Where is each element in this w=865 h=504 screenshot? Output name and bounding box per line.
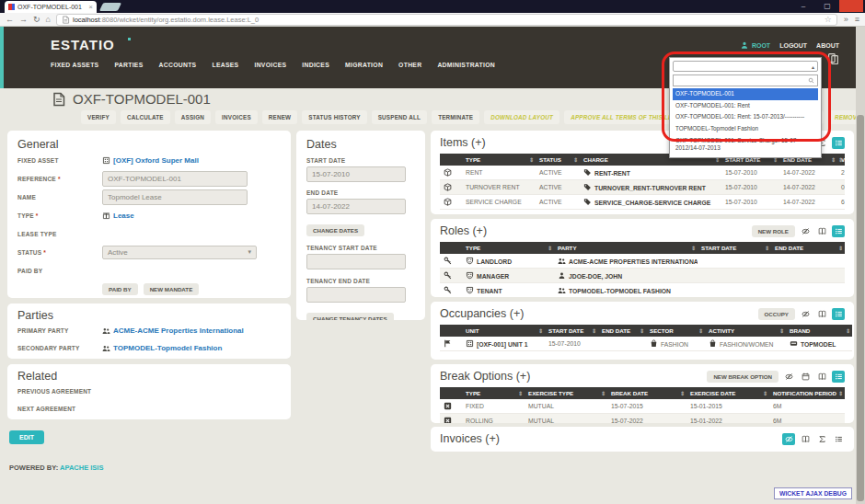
sort-icon[interactable]: ⇕ <box>838 245 843 251</box>
dropdown-option[interactable]: OXF-TOPMODEL-001: Service Charge: 15-07-… <box>673 135 818 155</box>
sort-icon[interactable]: ⇕ <box>601 390 606 396</box>
sort-icon[interactable]: ⇕ <box>518 390 523 396</box>
xbox-icon[interactable] <box>444 402 452 410</box>
cell[interactable]: TENANT <box>462 283 554 298</box>
row-icon-cell[interactable] <box>440 195 462 210</box>
book-tool-button[interactable] <box>815 308 828 320</box>
main-menu-item[interactable]: INDICES <box>302 62 329 68</box>
key-icon[interactable] <box>444 271 452 280</box>
row-icon-cell[interactable] <box>440 166 462 180</box>
column-header-brand[interactable]: BRAND⇕ <box>786 325 852 337</box>
cal-tool-button[interactable] <box>799 371 812 383</box>
cell[interactable]: [OXF-001] UNIT 1 <box>462 337 545 351</box>
list-tool-button[interactable] <box>832 371 845 383</box>
column-header-party[interactable]: PARTY⇕ <box>554 242 698 254</box>
home-icon[interactable]: ⌂ <box>46 15 51 24</box>
scrollbar-track[interactable] <box>856 27 865 504</box>
row-icon-cell[interactable] <box>440 283 462 298</box>
key-icon[interactable] <box>444 286 452 294</box>
sort-icon[interactable]: ⇕ <box>529 156 534 163</box>
sort-icon[interactable]: ⇕ <box>538 327 543 334</box>
wicket-ajax-debug-link[interactable]: WICKET AJAX DEBUG <box>774 487 852 499</box>
sort-icon[interactable]: ⇕ <box>838 156 843 163</box>
list-tool-button[interactable] <box>832 225 845 237</box>
reference-field[interactable] <box>102 171 248 187</box>
fixed-asset-link[interactable]: [OXF] Oxford Super Mall <box>102 156 199 165</box>
column-header-start-date[interactable]: START DATE⇕ <box>698 242 771 254</box>
main-menu-item[interactable]: INVOICES <box>254 62 286 68</box>
cell[interactable]: TOPMODEL-TOPMODEL FASHION <box>554 283 698 298</box>
items-add-action[interactable]: (+) <box>471 136 486 149</box>
cell[interactable]: LANDLORD <box>462 254 554 269</box>
cell[interactable]: TURNOVER_RENT-TURNOVER RENT <box>580 180 721 195</box>
box-icon[interactable] <box>444 168 452 177</box>
list-tool-button[interactable] <box>832 308 845 320</box>
extensions-overflow-icon[interactable]: » <box>844 15 848 24</box>
action-button[interactable]: VERIFY <box>81 110 116 124</box>
column-header-status[interactable]: STATUS⇕ <box>536 154 580 166</box>
column-header-break-date[interactable]: BREAK DATE⇕ <box>607 387 686 399</box>
sort-icon[interactable]: ⇕ <box>548 245 552 251</box>
start-date-field[interactable] <box>306 166 406 182</box>
book-tool-button[interactable] <box>815 371 828 383</box>
window-titlebar[interactable]: – ▢ <box>0 0 865 13</box>
sort-icon[interactable]: ⇕ <box>763 390 767 396</box>
list-tool-button[interactable] <box>832 433 845 445</box>
table-row[interactable]: ROLLINGMUTUAL15-07-202215-01-20226M <box>440 414 845 424</box>
book-tool-button[interactable] <box>799 433 812 445</box>
tenancy-start-date-field[interactable] <box>306 254 406 269</box>
eye-tool-button[interactable] <box>799 225 812 237</box>
scrollbar-thumb[interactable] <box>857 115 864 501</box>
sort-icon[interactable]: ⇕ <box>779 327 784 334</box>
back-icon[interactable]: ← <box>6 15 14 24</box>
cell[interactable]: ACME-ACME PROPERTIES INTERNATIONAL <box>554 254 698 269</box>
column-header-type[interactable]: TYPE⇕ <box>462 154 536 166</box>
logout-link[interactable]: LOGOUT <box>779 42 807 49</box>
cell[interactable]: SERVICE_CHARGE-SERVICE CHARGE <box>580 195 721 210</box>
box-icon[interactable] <box>444 183 452 191</box>
action-button[interactable]: STATUS HISTORY <box>302 110 366 124</box>
column-header-type[interactable]: TYPE⇕ <box>462 242 554 254</box>
column-header-type[interactable]: TYPE⇕ <box>462 387 525 399</box>
bookmark-star-icon[interactable]: ☆ <box>825 15 832 24</box>
column-header-notification-period[interactable]: NOTIFICATION PERIOD⇕ <box>769 387 845 399</box>
main-menu-item[interactable]: ACCOUNTS <box>159 62 197 68</box>
copy-link-icon[interactable] <box>827 51 842 67</box>
column-header-sector[interactable]: SECTOR⇕ <box>646 325 705 337</box>
column-header-unit[interactable]: UNIT⇕ <box>462 325 545 337</box>
table-row[interactable]: MANAGERJDOE-DOE, JOHN <box>440 269 845 283</box>
dropdown-option[interactable]: OXF-TOPMODEL-001 <box>673 88 818 100</box>
column-header-exercise-type[interactable]: EXERCISE TYPE⇕ <box>525 387 607 399</box>
user-menu[interactable]: ROOT <box>740 40 770 50</box>
box-icon[interactable] <box>444 198 452 206</box>
dropdown-option[interactable]: OXF-TOPMODEL-001: Rent <box>673 100 818 112</box>
main-menu-item[interactable]: OTHER <box>398 62 421 68</box>
status-select[interactable]: Active▾ <box>102 246 257 259</box>
sort-icon[interactable]: ⇕ <box>765 245 769 251</box>
table-row[interactable]: [OXF-001] UNIT 115-07-2010FASHIONFASHION… <box>440 337 852 351</box>
tenancy-end-date-field[interactable] <box>306 287 406 303</box>
action-button[interactable]: INVOICES <box>215 110 258 124</box>
book-tool-button[interactable] <box>815 225 828 237</box>
occupancies-add-action[interactable]: (+) <box>510 307 525 320</box>
app-logo[interactable]: ESTATIO <box>51 37 115 52</box>
flag-icon[interactable] <box>444 339 452 348</box>
browser-menu-icon[interactable]: ≡ <box>855 15 859 24</box>
dropdown-option[interactable]: OXF-TOPMODEL-001: Rent: 15-07-2013/-----… <box>673 111 818 123</box>
occupy-button[interactable]: OCCUPY <box>758 308 795 320</box>
main-menu-item[interactable]: PARTIES <box>114 62 143 68</box>
new-mandate-button[interactable]: NEW MANDATE <box>144 283 200 295</box>
table-row[interactable]: TURNOVER RENTACTIVETURNOVER_RENT-TURNOVE… <box>440 180 845 195</box>
action-button[interactable]: RENEW <box>262 110 297 124</box>
window-close-button[interactable] <box>839 0 863 12</box>
cell[interactable]: JDOE-DOE, JOHN <box>554 269 698 283</box>
column-header-exercise-date[interactable]: EXERCISE DATE⇕ <box>686 387 769 399</box>
reload-icon[interactable]: ↻ <box>33 15 40 24</box>
apache-isis-link[interactable]: APACHE ISIS <box>60 464 103 472</box>
end-date-field[interactable] <box>306 199 406 214</box>
url-input[interactable]: localhost:8080/wicket/entity/org.estatio… <box>56 14 837 26</box>
sort-icon[interactable]: ⇕ <box>592 327 596 334</box>
key-icon[interactable] <box>444 257 452 265</box>
sort-icon[interactable]: ⇕ <box>831 156 836 163</box>
edit-button[interactable]: EDIT <box>9 430 44 444</box>
